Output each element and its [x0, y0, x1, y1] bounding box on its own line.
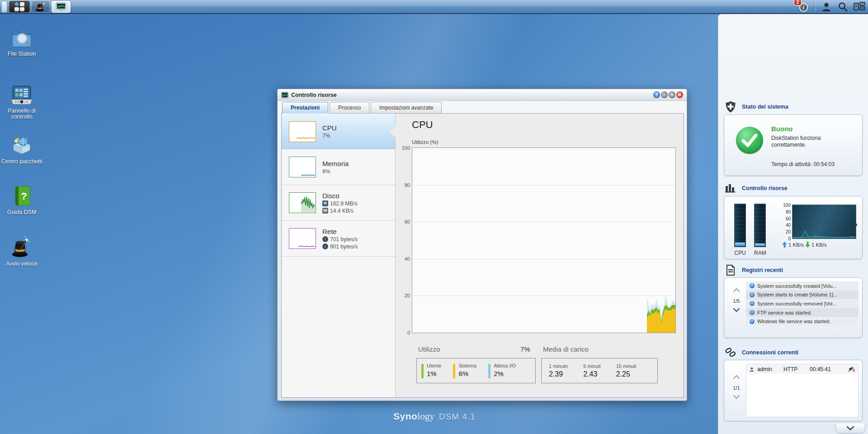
cpu-sparkline — [289, 121, 316, 142]
network-sparkline — [289, 228, 316, 249]
notification-badge: 2 — [794, 0, 802, 5]
logs-page-up[interactable] — [733, 288, 740, 292]
document-icon — [725, 264, 736, 276]
recent-logs-header: Registri recenti — [725, 264, 783, 276]
magic-hat-icon — [35, 1, 47, 12]
tab-processo[interactable]: Processo — [330, 102, 369, 114]
category-value: 7% — [322, 133, 330, 139]
upload-arrow-icon — [782, 242, 787, 248]
user-menu-icon[interactable] — [821, 1, 832, 12]
svg-text:?: ? — [21, 191, 27, 202]
tab-impostazioni-avanzate[interactable]: Impostazioni avanzate — [371, 102, 442, 114]
bar-chart-icon — [725, 182, 736, 194]
log-entry[interactable]: iFTP service was started. — [746, 308, 859, 317]
connection-user: admin — [757, 366, 781, 372]
disk-write-badge: W — [322, 208, 328, 214]
upload-arrow-icon: ↑ — [322, 236, 328, 242]
category-name: Rete — [322, 228, 358, 235]
logs-page-down[interactable] — [733, 308, 740, 312]
cpu-area-chart-svg — [412, 148, 675, 333]
resource-widget-header: Controllo risorse — [725, 182, 788, 194]
status-description: DiskStation funziona correttamente. — [771, 135, 848, 148]
cpu-bar — [734, 204, 746, 247]
category-name: Memoria — [322, 160, 349, 167]
y-tick: 60 — [398, 219, 410, 224]
connections-page-up[interactable] — [733, 375, 740, 379]
show-desktop-button[interactable] — [1, 1, 7, 13]
upload-rate: 1 KB/s — [788, 242, 804, 248]
category-value: 6% — [322, 168, 330, 175]
dsm-footer-logo: Synology DSM 4.1 — [393, 411, 476, 422]
widget-next-chevron[interactable]: › — [855, 220, 858, 229]
file-station-icon — [10, 26, 33, 50]
system-status-box: Buono DiskStation funziona correttamente… — [724, 114, 863, 176]
desktop-icon-label: Guida DSM — [0, 210, 43, 215]
tab-prestazioni[interactable]: Prestazioni — [282, 102, 328, 114]
connections-page-indicator: 1/1 — [729, 385, 744, 391]
quick-launch-button[interactable] — [32, 1, 50, 13]
ram-bar-label: RAM — [754, 250, 766, 256]
resource-monitor-taskbar-button[interactable] — [52, 1, 71, 13]
search-icon[interactable] — [837, 1, 848, 12]
desktop-icon-package-center[interactable]: Centro pacchetti — [0, 134, 43, 165]
taskbar-separator — [815, 2, 816, 12]
system-status-header: Stato del sistema — [725, 101, 788, 113]
main-menu-icon — [14, 2, 24, 11]
connections-page-down[interactable] — [733, 395, 740, 399]
info-icon: i — [750, 301, 755, 306]
notifications-button[interactable]: i 2 — [798, 1, 810, 13]
y-tick: 40 — [398, 256, 410, 262]
window-maximize-button[interactable]: + — [669, 91, 675, 98]
connection-row[interactable]: admin HTTP 00:45:41 — [746, 364, 858, 374]
usage-legend-box: Utente1% Sistema6% Attesa I/O2% — [416, 358, 536, 383]
dsm-help-icon: ? — [10, 185, 33, 208]
resource-widget-box: CPU RAM 100 80 60 40 20 0 1 KB/s 1 KB/s … — [724, 196, 863, 259]
desktop-icon-label: Centro pacchetti — [0, 159, 43, 165]
log-entry[interactable]: iSystem successfully created [Volu... — [746, 281, 859, 291]
window-titlebar[interactable]: Controllo risorse ? – + ✕ — [278, 89, 687, 101]
shield-icon — [725, 101, 736, 113]
log-entry[interactable]: iSystem successfully removed [Vol... — [746, 299, 859, 308]
log-list: iSystem successfully created [Volu... iS… — [746, 281, 859, 326]
pilot-view-icon[interactable] — [854, 2, 865, 12]
category-name: Disco — [322, 192, 358, 200]
download-arrow-icon: ↓ — [322, 243, 328, 249]
download-arrow-icon — [805, 242, 810, 248]
window-close-button[interactable]: ✕ — [676, 91, 683, 98]
category-item-disco[interactable]: Disco R162.9 MB/s W14.4 KB/s — [282, 185, 395, 221]
cpu-bar-label: CPU — [734, 250, 746, 256]
load-average-box: 1 minuto2.39 5 minuti2.43 15 minuti2.25 — [541, 358, 658, 383]
recent-logs-box: 1/5 iSystem successfully created [Volu..… — [724, 277, 863, 338]
window-tabs: Prestazioni Processo Impostazioni avanza… — [282, 102, 442, 114]
info-icon: i — [750, 319, 755, 324]
main-menu-button[interactable] — [9, 1, 30, 13]
resource-monitor-window: Controllo risorse ? – + ✕ Prestazioni Pr… — [277, 89, 687, 401]
network-down-value: 901 bytes/s — [330, 243, 358, 250]
status-ok-icon — [736, 127, 763, 154]
log-entry[interactable]: iSystem starts to create [Volume 1]... — [746, 291, 859, 300]
desktop-icon-quick-start[interactable]: Avvio veloce — [0, 236, 43, 267]
desktop-icon-dsm-help[interactable]: ? Guida DSM — [0, 185, 43, 215]
window-help-button[interactable]: ? — [653, 91, 660, 98]
window-title: Controllo risorse — [291, 92, 337, 98]
control-panel-icon — [10, 83, 33, 107]
connection-time: 00:45:41 — [810, 366, 845, 372]
disk-write-value: 14.4 KB/s — [330, 208, 354, 214]
log-entry[interactable]: iWindows file service was started. — [746, 317, 859, 326]
desktop-icon-control-panel[interactable]: Pannello di controllo — [0, 83, 43, 120]
category-item-rete[interactable]: Rete ↑701 bytes/s ↓901 bytes/s — [282, 221, 395, 257]
info-icon: i — [750, 283, 755, 288]
chevron-down-icon — [847, 426, 854, 430]
y-tick: 80 — [398, 182, 410, 188]
window-minimize-button[interactable]: – — [661, 91, 668, 98]
network-up-value: 701 bytes/s — [330, 236, 358, 243]
category-item-cpu[interactable]: CPU 7% — [282, 114, 395, 149]
taskbar: i 2 — [0, 0, 868, 14]
sidebar-collapse-tab[interactable] — [835, 424, 865, 434]
desktop-icon-file-station[interactable]: File Station — [0, 26, 43, 57]
info-icon: i — [750, 310, 755, 315]
info-icon: i — [750, 292, 755, 297]
connections-header: Connessioni correnti — [725, 347, 798, 358]
category-item-memoria[interactable]: Memoria 6% — [282, 149, 395, 185]
disconnect-icon[interactable] — [848, 366, 855, 372]
